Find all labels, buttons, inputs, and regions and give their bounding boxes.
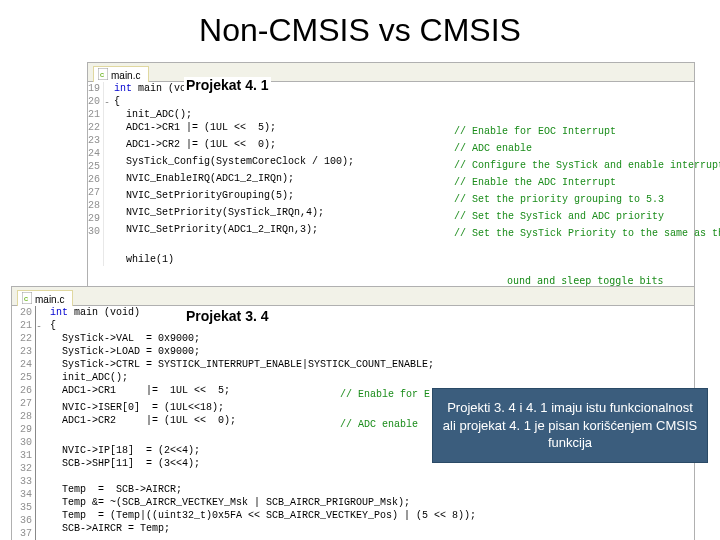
code-lines-1: int main (void) { init_ADC(); ADC1->CR1 …	[110, 82, 720, 266]
peek-line: ound and sleep toggle bits	[87, 275, 693, 286]
file-icon: c	[98, 68, 108, 82]
svg-text:c: c	[100, 70, 104, 79]
label-projekat-4-1: Projekat 4. 1	[184, 77, 271, 93]
tab-strip-2: c main.c	[12, 287, 694, 306]
linenum-gutter-2: 2021222324252627282930313233343536373839…	[12, 306, 36, 540]
svg-text:c: c	[24, 294, 28, 303]
tab-strip-1: c main.c	[88, 63, 694, 82]
code-lines-2: int main (void) { SysTick->VAL = 0x9000;…	[46, 306, 476, 540]
linenum-gutter-1: 192021222324252627282930	[88, 82, 104, 266]
fold-gutter-2: - -	[36, 306, 46, 540]
callout-box: Projekti 3. 4 i 4. 1 imaju istu funkcion…	[432, 388, 708, 463]
slide-title: Non-CMSIS vs CMSIS	[0, 0, 720, 51]
tab-main-c-2[interactable]: c main.c	[17, 290, 73, 306]
label-projekat-3-4: Projekat 3. 4	[184, 308, 271, 324]
tab-label-1: main.c	[111, 70, 140, 81]
file-icon: c	[22, 292, 32, 306]
tab-label-2: main.c	[35, 294, 64, 305]
tab-main-c-1[interactable]: c main.c	[93, 66, 149, 82]
